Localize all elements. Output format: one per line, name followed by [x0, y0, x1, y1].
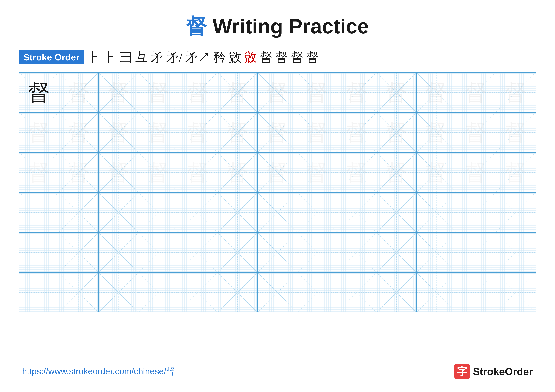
grid-cell[interactable]	[59, 273, 99, 312]
grid-cell[interactable]: 督	[496, 153, 536, 192]
grid-cell[interactable]	[337, 233, 377, 272]
grid-cell[interactable]: 督	[496, 73, 536, 112]
grid-cell[interactable]	[456, 273, 496, 312]
grid-cell[interactable]: 督	[456, 73, 496, 112]
grid-cell[interactable]: 督	[99, 73, 139, 112]
grid-cell[interactable]	[139, 192, 178, 232]
grid-cell[interactable]: 督	[416, 153, 456, 192]
grid-cell[interactable]	[337, 273, 377, 312]
grid-cell[interactable]	[99, 273, 139, 312]
grid-cell[interactable]: 督	[377, 73, 416, 112]
grid-cell[interactable]: 督	[456, 113, 496, 152]
grid-cell[interactable]: 督	[297, 73, 337, 112]
practice-char: 督	[68, 161, 90, 184]
grid-cell[interactable]: 督	[416, 73, 456, 112]
grid-cell[interactable]: 督	[377, 153, 416, 192]
svg-line-265	[59, 273, 98, 312]
grid-cell[interactable]	[377, 192, 416, 232]
grid-cell[interactable]	[416, 192, 456, 232]
grid-row	[19, 233, 536, 273]
stroke-step-7: 矛↗	[185, 51, 211, 64]
grid-cell[interactable]	[218, 273, 258, 312]
grid-cell[interactable]	[456, 192, 496, 232]
grid-cell[interactable]	[377, 233, 416, 272]
grid-cell[interactable]	[139, 273, 178, 312]
grid-cell[interactable]	[19, 233, 59, 272]
grid-cell[interactable]: 督	[337, 73, 377, 112]
grid-cell[interactable]	[297, 273, 337, 312]
svg-line-245	[377, 233, 416, 272]
grid-cell[interactable]: 督	[416, 113, 456, 152]
svg-line-288	[297, 273, 337, 312]
grid-cell[interactable]	[496, 233, 536, 272]
grid-cell[interactable]	[416, 273, 456, 312]
grid-cell[interactable]: 督	[337, 153, 377, 192]
grid-cell[interactable]: 督	[218, 73, 258, 112]
grid-cell[interactable]: 督	[178, 73, 218, 112]
grid-cell[interactable]: 督	[218, 153, 258, 192]
svg-line-268	[99, 273, 138, 312]
grid-cell[interactable]	[496, 273, 536, 312]
grid-cell[interactable]: 督	[99, 113, 139, 152]
grid-cell[interactable]: 督	[139, 73, 178, 112]
stroke-step-1: ⺊	[89, 51, 102, 64]
svg-line-256	[496, 233, 536, 272]
grid-row: 督 督 督 督	[19, 113, 536, 153]
grid-cell[interactable]: 督	[258, 113, 297, 152]
svg-line-228	[218, 233, 257, 272]
grid-cell[interactable]: 督	[456, 153, 496, 192]
grid-cell[interactable]: 督	[297, 153, 337, 192]
grid-cell[interactable]: 督	[178, 153, 218, 192]
grid-cell[interactable]	[496, 192, 536, 232]
grid-cell[interactable]	[297, 233, 337, 272]
grid-cell[interactable]: 督	[297, 113, 337, 152]
grid-cell[interactable]: 督	[99, 153, 139, 192]
grid-cell[interactable]	[178, 273, 218, 312]
grid-cell[interactable]	[456, 233, 496, 272]
grid-cell[interactable]	[99, 233, 139, 272]
grid-cell[interactable]: 督	[337, 113, 377, 152]
grid-cell[interactable]: 督	[178, 113, 218, 152]
svg-line-289	[297, 273, 337, 312]
grid-cell[interactable]: 督	[19, 73, 59, 112]
stroke-steps: ⺊ ⺊ 彐 彑 矛 矛/ 矛↗ 矜 敓 敓 督 督 督 督	[89, 51, 319, 64]
grid-cell[interactable]: 督	[218, 113, 258, 152]
grid-cell[interactable]	[297, 192, 337, 232]
grid-cell[interactable]: 督	[59, 153, 99, 192]
grid-cell[interactable]: 督	[258, 153, 297, 192]
grid-cell[interactable]: 督	[496, 113, 536, 152]
grid-cell[interactable]	[59, 192, 99, 232]
svg-line-192	[377, 192, 416, 232]
grid-cell[interactable]	[59, 233, 99, 272]
grid-cell[interactable]	[218, 233, 258, 272]
grid-cell[interactable]: 督	[19, 113, 59, 152]
stroke-step-13: 督	[291, 51, 304, 64]
grid-cell[interactable]	[99, 192, 139, 232]
grid-cell[interactable]: 督	[139, 113, 178, 152]
grid-cell[interactable]	[258, 233, 297, 272]
grid-cell[interactable]	[337, 192, 377, 232]
grid-cell[interactable]	[178, 233, 218, 272]
grid-cell[interactable]	[416, 233, 456, 272]
svg-line-188	[337, 192, 377, 232]
svg-line-220	[139, 233, 178, 272]
grid-cell[interactable]: 督	[139, 153, 178, 192]
grid-cell[interactable]	[258, 273, 297, 312]
grid-cell[interactable]	[19, 273, 59, 312]
stroke-step-2: ⺊	[104, 51, 117, 64]
grid-cell[interactable]	[218, 192, 258, 232]
grid-cell[interactable]: 督	[377, 113, 416, 152]
svg-line-272	[139, 273, 178, 312]
practice-char: 督	[28, 161, 50, 184]
grid-cell[interactable]	[377, 273, 416, 312]
grid-cell[interactable]	[258, 192, 297, 232]
grid-cell[interactable]: 督	[258, 73, 297, 112]
grid-row	[19, 192, 536, 233]
grid-cell[interactable]: 督	[19, 153, 59, 192]
grid-cell[interactable]	[139, 233, 178, 272]
svg-line-233	[258, 233, 297, 272]
grid-cell[interactable]	[19, 192, 59, 232]
grid-cell[interactable]: 督	[59, 73, 99, 112]
grid-cell[interactable]: 督	[59, 113, 99, 152]
grid-cell[interactable]	[178, 192, 218, 232]
